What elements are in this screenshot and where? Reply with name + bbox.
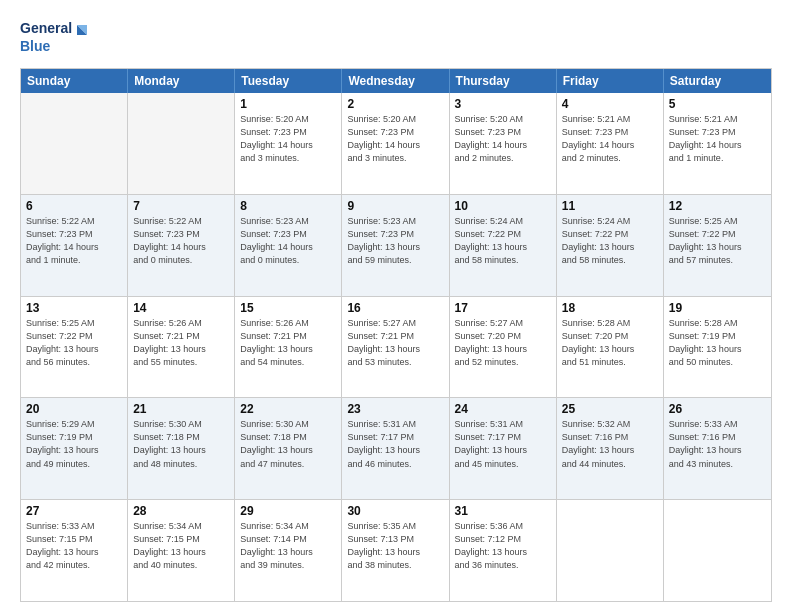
day-info-13: Sunrise: 5:25 AM Sunset: 7:22 PM Dayligh…: [26, 317, 122, 369]
day-number-22: 22: [240, 402, 336, 416]
day-number-29: 29: [240, 504, 336, 518]
header-day-wednesday: Wednesday: [342, 69, 449, 93]
logo: General Blue: [20, 15, 90, 60]
header-day-monday: Monday: [128, 69, 235, 93]
day-number-18: 18: [562, 301, 658, 315]
calendar-cell-day-23: 23Sunrise: 5:31 AM Sunset: 7:17 PM Dayli…: [342, 398, 449, 499]
calendar-row-1: 6Sunrise: 5:22 AM Sunset: 7:23 PM Daylig…: [21, 195, 771, 297]
calendar-body: 1Sunrise: 5:20 AM Sunset: 7:23 PM Daylig…: [21, 93, 771, 601]
calendar-cell-day-14: 14Sunrise: 5:26 AM Sunset: 7:21 PM Dayli…: [128, 297, 235, 398]
day-info-16: Sunrise: 5:27 AM Sunset: 7:21 PM Dayligh…: [347, 317, 443, 369]
calendar-cell-day-5: 5Sunrise: 5:21 AM Sunset: 7:23 PM Daylig…: [664, 93, 771, 194]
calendar-row-0: 1Sunrise: 5:20 AM Sunset: 7:23 PM Daylig…: [21, 93, 771, 195]
calendar-row-3: 20Sunrise: 5:29 AM Sunset: 7:19 PM Dayli…: [21, 398, 771, 500]
calendar-cell-day-27: 27Sunrise: 5:33 AM Sunset: 7:15 PM Dayli…: [21, 500, 128, 601]
header-day-saturday: Saturday: [664, 69, 771, 93]
day-info-10: Sunrise: 5:24 AM Sunset: 7:22 PM Dayligh…: [455, 215, 551, 267]
day-number-16: 16: [347, 301, 443, 315]
calendar-cell-day-29: 29Sunrise: 5:34 AM Sunset: 7:14 PM Dayli…: [235, 500, 342, 601]
svg-text:General: General: [20, 20, 72, 36]
header-day-thursday: Thursday: [450, 69, 557, 93]
day-info-21: Sunrise: 5:30 AM Sunset: 7:18 PM Dayligh…: [133, 418, 229, 470]
calendar-cell-day-30: 30Sunrise: 5:35 AM Sunset: 7:13 PM Dayli…: [342, 500, 449, 601]
calendar-cell-day-9: 9Sunrise: 5:23 AM Sunset: 7:23 PM Daylig…: [342, 195, 449, 296]
day-number-31: 31: [455, 504, 551, 518]
calendar-header: SundayMondayTuesdayWednesdayThursdayFrid…: [21, 69, 771, 93]
day-number-20: 20: [26, 402, 122, 416]
day-info-6: Sunrise: 5:22 AM Sunset: 7:23 PM Dayligh…: [26, 215, 122, 267]
day-info-8: Sunrise: 5:23 AM Sunset: 7:23 PM Dayligh…: [240, 215, 336, 267]
day-number-3: 3: [455, 97, 551, 111]
day-number-15: 15: [240, 301, 336, 315]
day-number-12: 12: [669, 199, 766, 213]
calendar: SundayMondayTuesdayWednesdayThursdayFrid…: [20, 68, 772, 602]
calendar-cell-day-18: 18Sunrise: 5:28 AM Sunset: 7:20 PM Dayli…: [557, 297, 664, 398]
day-info-26: Sunrise: 5:33 AM Sunset: 7:16 PM Dayligh…: [669, 418, 766, 470]
calendar-cell-day-26: 26Sunrise: 5:33 AM Sunset: 7:16 PM Dayli…: [664, 398, 771, 499]
day-info-25: Sunrise: 5:32 AM Sunset: 7:16 PM Dayligh…: [562, 418, 658, 470]
day-info-1: Sunrise: 5:20 AM Sunset: 7:23 PM Dayligh…: [240, 113, 336, 165]
day-info-28: Sunrise: 5:34 AM Sunset: 7:15 PM Dayligh…: [133, 520, 229, 572]
calendar-cell-day-7: 7Sunrise: 5:22 AM Sunset: 7:23 PM Daylig…: [128, 195, 235, 296]
calendar-cell-day-6: 6Sunrise: 5:22 AM Sunset: 7:23 PM Daylig…: [21, 195, 128, 296]
day-info-17: Sunrise: 5:27 AM Sunset: 7:20 PM Dayligh…: [455, 317, 551, 369]
day-number-6: 6: [26, 199, 122, 213]
day-info-5: Sunrise: 5:21 AM Sunset: 7:23 PM Dayligh…: [669, 113, 766, 165]
day-info-9: Sunrise: 5:23 AM Sunset: 7:23 PM Dayligh…: [347, 215, 443, 267]
day-number-10: 10: [455, 199, 551, 213]
day-info-3: Sunrise: 5:20 AM Sunset: 7:23 PM Dayligh…: [455, 113, 551, 165]
day-number-8: 8: [240, 199, 336, 213]
calendar-cell-day-21: 21Sunrise: 5:30 AM Sunset: 7:18 PM Dayli…: [128, 398, 235, 499]
calendar-cell-day-24: 24Sunrise: 5:31 AM Sunset: 7:17 PM Dayli…: [450, 398, 557, 499]
calendar-cell-day-10: 10Sunrise: 5:24 AM Sunset: 7:22 PM Dayli…: [450, 195, 557, 296]
day-info-31: Sunrise: 5:36 AM Sunset: 7:12 PM Dayligh…: [455, 520, 551, 572]
day-info-4: Sunrise: 5:21 AM Sunset: 7:23 PM Dayligh…: [562, 113, 658, 165]
calendar-cell-day-22: 22Sunrise: 5:30 AM Sunset: 7:18 PM Dayli…: [235, 398, 342, 499]
day-number-4: 4: [562, 97, 658, 111]
page: General Blue SundayMondayTuesdayWednesda…: [0, 0, 792, 612]
calendar-cell-day-11: 11Sunrise: 5:24 AM Sunset: 7:22 PM Dayli…: [557, 195, 664, 296]
day-number-25: 25: [562, 402, 658, 416]
calendar-cell-day-15: 15Sunrise: 5:26 AM Sunset: 7:21 PM Dayli…: [235, 297, 342, 398]
calendar-cell-day-12: 12Sunrise: 5:25 AM Sunset: 7:22 PM Dayli…: [664, 195, 771, 296]
day-info-12: Sunrise: 5:25 AM Sunset: 7:22 PM Dayligh…: [669, 215, 766, 267]
day-info-30: Sunrise: 5:35 AM Sunset: 7:13 PM Dayligh…: [347, 520, 443, 572]
calendar-cell-day-28: 28Sunrise: 5:34 AM Sunset: 7:15 PM Dayli…: [128, 500, 235, 601]
day-number-7: 7: [133, 199, 229, 213]
day-info-27: Sunrise: 5:33 AM Sunset: 7:15 PM Dayligh…: [26, 520, 122, 572]
calendar-cell-day-8: 8Sunrise: 5:23 AM Sunset: 7:23 PM Daylig…: [235, 195, 342, 296]
calendar-cell-day-20: 20Sunrise: 5:29 AM Sunset: 7:19 PM Dayli…: [21, 398, 128, 499]
day-info-11: Sunrise: 5:24 AM Sunset: 7:22 PM Dayligh…: [562, 215, 658, 267]
calendar-cell-empty: [557, 500, 664, 601]
logo-svg: General Blue: [20, 15, 90, 60]
calendar-cell-day-19: 19Sunrise: 5:28 AM Sunset: 7:19 PM Dayli…: [664, 297, 771, 398]
day-number-1: 1: [240, 97, 336, 111]
day-number-17: 17: [455, 301, 551, 315]
calendar-cell-day-13: 13Sunrise: 5:25 AM Sunset: 7:22 PM Dayli…: [21, 297, 128, 398]
header-day-friday: Friday: [557, 69, 664, 93]
calendar-cell-day-3: 3Sunrise: 5:20 AM Sunset: 7:23 PM Daylig…: [450, 93, 557, 194]
svg-text:Blue: Blue: [20, 38, 51, 54]
calendar-cell-day-2: 2Sunrise: 5:20 AM Sunset: 7:23 PM Daylig…: [342, 93, 449, 194]
day-number-5: 5: [669, 97, 766, 111]
day-number-23: 23: [347, 402, 443, 416]
day-info-29: Sunrise: 5:34 AM Sunset: 7:14 PM Dayligh…: [240, 520, 336, 572]
day-number-11: 11: [562, 199, 658, 213]
day-info-2: Sunrise: 5:20 AM Sunset: 7:23 PM Dayligh…: [347, 113, 443, 165]
day-info-7: Sunrise: 5:22 AM Sunset: 7:23 PM Dayligh…: [133, 215, 229, 267]
day-number-2: 2: [347, 97, 443, 111]
calendar-row-4: 27Sunrise: 5:33 AM Sunset: 7:15 PM Dayli…: [21, 500, 771, 601]
header-day-sunday: Sunday: [21, 69, 128, 93]
calendar-cell-empty: [128, 93, 235, 194]
day-info-20: Sunrise: 5:29 AM Sunset: 7:19 PM Dayligh…: [26, 418, 122, 470]
day-info-24: Sunrise: 5:31 AM Sunset: 7:17 PM Dayligh…: [455, 418, 551, 470]
day-number-19: 19: [669, 301, 766, 315]
day-number-27: 27: [26, 504, 122, 518]
calendar-row-2: 13Sunrise: 5:25 AM Sunset: 7:22 PM Dayli…: [21, 297, 771, 399]
calendar-cell-day-4: 4Sunrise: 5:21 AM Sunset: 7:23 PM Daylig…: [557, 93, 664, 194]
calendar-cell-day-31: 31Sunrise: 5:36 AM Sunset: 7:12 PM Dayli…: [450, 500, 557, 601]
header: General Blue: [20, 15, 772, 60]
calendar-cell-day-25: 25Sunrise: 5:32 AM Sunset: 7:16 PM Dayli…: [557, 398, 664, 499]
day-info-19: Sunrise: 5:28 AM Sunset: 7:19 PM Dayligh…: [669, 317, 766, 369]
calendar-cell-empty: [21, 93, 128, 194]
